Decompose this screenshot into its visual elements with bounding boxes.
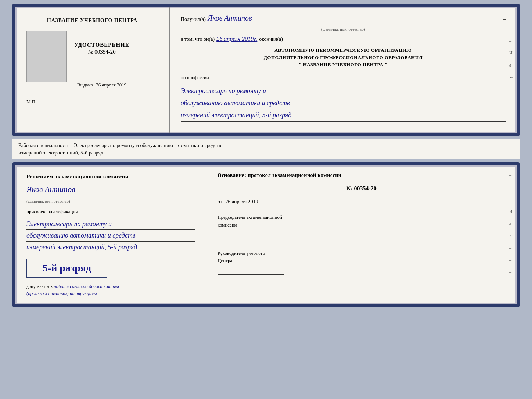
profession-block: Электрослесарь по ремонту и обслуживанию… xyxy=(181,85,506,122)
mark-4: – xyxy=(509,87,514,92)
mark-a: а xyxy=(509,63,514,68)
bmark-1: – xyxy=(509,172,514,178)
profession-line3: измерений электростанций, 5-й разряд xyxy=(181,109,506,121)
cert-number: № 00354-20 xyxy=(72,49,131,56)
vydano-label: Выдано xyxy=(77,82,93,88)
middle-text-line2: измерений электростанций, 5-й разряд xyxy=(18,149,514,157)
bmark-i: И xyxy=(509,209,514,214)
recipient-line: Получил(а) Яков Антипов – xyxy=(181,14,506,22)
dopusk-prefix: допускается к xyxy=(26,284,53,289)
predsedatel-line1: Председатель экзаменационной xyxy=(218,214,506,221)
profession-line1: Электрослесарь по ремонту и xyxy=(181,85,506,97)
rukovoditel-sig-line xyxy=(218,267,284,275)
org-line3: " НАЗВАНИЕ УЧЕБНОГО ЦЕНТРА " xyxy=(181,61,506,68)
predsedatel-sig-line xyxy=(218,231,284,239)
cert-label: УДОСТОВЕРЕНИЕ xyxy=(72,42,131,48)
v-tom-prefix: в том, что он(а) xyxy=(181,36,215,42)
udostoverenie-block: УДОСТОВЕРЕНИЕ № 00354-20 Выдано 26 апрел… xyxy=(72,42,131,88)
dopusk-text: работе согласно должностным xyxy=(54,284,119,289)
dopuskaetsya-block: допускается к работе согласно должностны… xyxy=(26,283,195,296)
okonchil-label: окончил(а) xyxy=(259,36,283,42)
document-container: НАЗВАНИЕ УЧЕБНОГО ЦЕНТРА УДОСТОВЕРЕНИЕ №… xyxy=(12,4,520,307)
fio-label-top: (фамилия, имя, отчество) xyxy=(181,27,506,31)
photo-placeholder xyxy=(26,31,67,82)
top-certificate: НАЗВАНИЕ УЧЕБНОГО ЦЕНТРА УДОСТОВЕРЕНИЕ №… xyxy=(12,4,520,136)
mark-1: – xyxy=(509,14,514,19)
mark-2: – xyxy=(509,26,514,32)
komissia-title: Решением экзаменационной комиссии xyxy=(26,172,195,181)
bmark-6: – xyxy=(509,270,514,275)
razryad-large: 5-й разряд xyxy=(33,262,101,274)
protocol-number: № 00354-20 xyxy=(218,185,506,192)
v-tom-line: в том, что он(а) 26 апреля 2019г. окончи… xyxy=(181,36,506,42)
mark-i: И xyxy=(509,50,514,56)
poluchil-label: Получил(а) xyxy=(181,17,206,22)
ot-date: 26 апреля 2019 xyxy=(225,199,258,204)
prisvoena-label: присвоена квалификация xyxy=(26,209,195,215)
middle-text: Рабочая специальность - Электрослесарь п… xyxy=(12,139,520,159)
qualification-block: Электрослесарь по ремонту и обслуживанию… xyxy=(26,218,195,253)
mark-3: – xyxy=(509,38,514,44)
org-block: АВТОНОМНУЮ НЕКОММЕРЧЕСКУЮ ОРГАНИЗАЦИЮ ДО… xyxy=(181,47,506,68)
bottom-certificate: Решением экзаменационной комиссии Яков А… xyxy=(12,162,520,307)
qual-line2: обслуживанию автоматики и средств xyxy=(26,230,195,242)
top-left-panel: НАЗВАНИЕ УЧЕБНОГО ЦЕНТРА УДОСТОВЕРЕНИЕ №… xyxy=(15,7,170,133)
po-professii: по профессии xyxy=(181,75,506,81)
dopusk-text2: (производственным) инструкциям xyxy=(26,291,97,296)
top-right-panel: Получил(а) Яков Антипов – (фамилия, имя,… xyxy=(170,7,517,133)
rukovoditel-block: Руководитель учебного Центра xyxy=(218,250,506,275)
profession-line2: обслуживанию автоматики и средств xyxy=(181,97,506,109)
qual-line3: измерений электростанций, 5-й разряд xyxy=(26,242,195,253)
rukovoditel-line1: Руководитель учебного xyxy=(218,250,506,257)
ot-date-line: от 26 апреля 2019 – xyxy=(218,199,506,205)
vydano-line: Выдано 26 апреля 2019 xyxy=(72,79,131,88)
razryad-box: 5-й разряд xyxy=(26,259,107,278)
fio-sublabel-bottom: (фамилия, имя, отчество) xyxy=(26,199,195,203)
recipient-name: Яков Антипов xyxy=(208,14,252,22)
bottom-name: Яков Антипов xyxy=(26,185,195,195)
bmark-4: – xyxy=(509,245,514,251)
rukovoditel-line2: Центра xyxy=(218,257,506,265)
org-line2: ДОПОЛНИТЕЛЬНОГО ПРОФЕССИОНАЛЬНОГО ОБРАЗО… xyxy=(181,54,506,61)
top-center-title: НАЗВАНИЕ УЧЕБНОГО ЦЕНТРА xyxy=(47,18,137,24)
bmark-2: – xyxy=(509,185,514,190)
predsedatel-block: Председатель экзаменационной комиссии xyxy=(218,214,506,239)
vydano-date: 26 апреля 2019 xyxy=(96,82,126,88)
side-marks-bottom: – – – И а ← – – – xyxy=(509,172,514,275)
bottom-right-panel: Основание: протокол экзаменационной коми… xyxy=(206,165,517,304)
mark-arrow: ← xyxy=(509,75,514,80)
v-tom-date: 26 апреля 2019г. xyxy=(216,36,257,42)
bmark-arrow: ← xyxy=(509,233,514,239)
middle-text-line1: Рабочая специальность - Электрослесарь п… xyxy=(18,142,514,149)
mp-line: М.П. xyxy=(26,99,36,105)
bottom-left-panel: Решением экзаменационной комиссии Яков А… xyxy=(15,165,206,304)
osnovanie: Основание: протокол экзаменационной коми… xyxy=(218,172,506,178)
qual-line1: Электрослесарь по ремонту и xyxy=(26,218,195,230)
ot-prefix: от xyxy=(218,199,222,204)
bmark-5: – xyxy=(509,257,514,263)
bmark-a: а xyxy=(509,221,514,227)
org-line1: АВТОНОМНУЮ НЕКОММЕРЧЕСКУЮ ОРГАНИЗАЦИЮ xyxy=(181,47,506,54)
predsedatel-line2: комиссии xyxy=(218,221,506,229)
side-marks-top: – – – И а ← – xyxy=(509,14,514,92)
bmark-3: – xyxy=(509,197,514,202)
